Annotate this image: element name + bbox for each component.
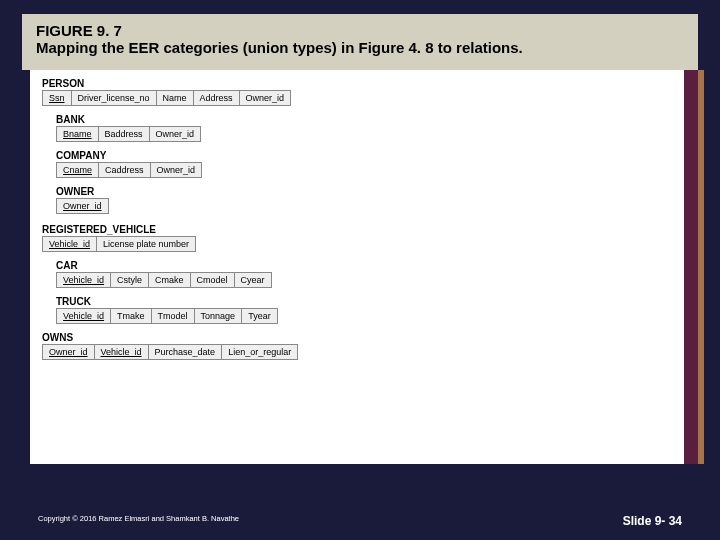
col: Owner_id [150, 127, 201, 141]
col: Vehicle_id [95, 345, 149, 359]
col: License plate number [97, 237, 195, 251]
relation-company: COMPANY Cname Caddress Owner_id [42, 150, 674, 178]
slide-footer: Copyright © 2016 Ramez Elmasri and Shamk… [38, 514, 682, 528]
relation-owner: OWNER Owner_id [42, 186, 674, 214]
slide-number: Slide 9- 34 [623, 514, 682, 528]
col: Purchase_date [149, 345, 223, 359]
figure-number: FIGURE 9. 7 [36, 22, 684, 39]
relation-table: Bname Baddress Owner_id [56, 126, 201, 142]
relation-truck: TRUCK Vehicle_id Tmake Tmodel Tonnage Ty… [42, 296, 674, 324]
col: Vehicle_id [57, 273, 111, 287]
title-area: FIGURE 9. 7 Mapping the EER categories (… [22, 14, 698, 70]
relation-bank: BANK Bname Baddress Owner_id [42, 114, 674, 142]
relation-name: PERSON [42, 78, 674, 89]
col: Vehicle_id [43, 237, 97, 251]
relation-name: OWNER [56, 186, 674, 197]
relation-table: Ssn Driver_license_no Name Address Owner… [42, 90, 291, 106]
relation-table: Owner_id Vehicle_id Purchase_date Lien_o… [42, 344, 298, 360]
relation-table: Vehicle_id Tmake Tmodel Tonnage Tyear [56, 308, 278, 324]
col: Ssn [43, 91, 72, 105]
copyright-text: Copyright © 2016 Ramez Elmasri and Shamk… [38, 514, 239, 528]
relation-name: COMPANY [56, 150, 674, 161]
figure-body: PERSON Ssn Driver_license_no Name Addres… [30, 70, 698, 464]
relation-name: OWNS [42, 332, 674, 343]
col: Driver_license_no [72, 91, 157, 105]
relation-person: PERSON Ssn Driver_license_no Name Addres… [42, 78, 674, 106]
col: Owner_id [240, 91, 291, 105]
relation-car: CAR Vehicle_id Cstyle Cmake Cmodel Cyear [42, 260, 674, 288]
col: Baddress [99, 127, 150, 141]
col: Owner_id [151, 163, 202, 177]
relation-name: TRUCK [56, 296, 674, 307]
col: Vehicle_id [57, 309, 111, 323]
col: Bname [57, 127, 99, 141]
col: Cname [57, 163, 99, 177]
col: Cstyle [111, 273, 149, 287]
col: Tonnage [195, 309, 243, 323]
col: Cyear [235, 273, 271, 287]
relation-name: REGISTERED_VEHICLE [42, 224, 674, 235]
col: Owner_id [43, 345, 95, 359]
col: Cmake [149, 273, 191, 287]
col: Tmake [111, 309, 152, 323]
figure-caption: Mapping the EER categories (union types)… [36, 39, 684, 58]
col: Cmodel [191, 273, 235, 287]
col: Caddress [99, 163, 151, 177]
relation-table: Vehicle_id Cstyle Cmake Cmodel Cyear [56, 272, 272, 288]
col: Tyear [242, 309, 277, 323]
relation-name: BANK [56, 114, 674, 125]
col: Lien_or_regular [222, 345, 297, 359]
col: Name [157, 91, 194, 105]
relation-registered-vehicle: REGISTERED_VEHICLE Vehicle_id License pl… [42, 224, 674, 252]
col: Address [194, 91, 240, 105]
col: Owner_id [57, 199, 108, 213]
relation-owns: OWNS Owner_id Vehicle_id Purchase_date L… [42, 332, 674, 360]
relation-table: Cname Caddress Owner_id [56, 162, 202, 178]
relation-table: Owner_id [56, 198, 109, 214]
col: Tmodel [152, 309, 195, 323]
relation-table: Vehicle_id License plate number [42, 236, 196, 252]
relation-name: CAR [56, 260, 674, 271]
